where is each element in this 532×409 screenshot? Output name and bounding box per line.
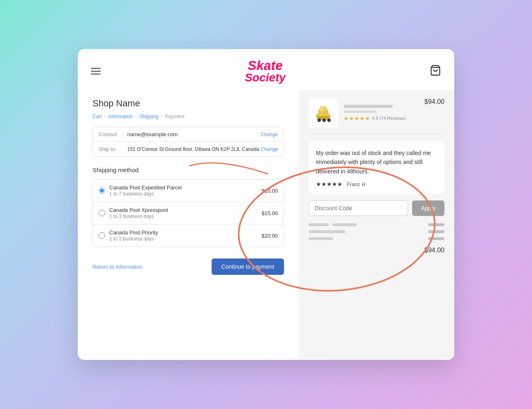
svg-rect-11 <box>321 107 322 111</box>
breadcrumb-shipping: Shipping <box>140 114 159 119</box>
product-row: ★★★★★ 4.6 (74 Reviews) $94.00 <box>309 98 444 134</box>
contact-ship-box: Contact name@example.com Change Ship to … <box>92 127 284 157</box>
ship-to-change-link[interactable]: Change <box>261 146 278 152</box>
summary-line-3 <box>309 237 444 240</box>
shipping-method-title: Shipping method <box>92 166 284 173</box>
shipping-option-2[interactable]: Canada Post Xpresspost 1 to 3 business d… <box>93 202 284 225</box>
shipping-price-1: $10.00 <box>261 188 278 194</box>
breadcrumb: Cart › Information › Shipping › Payment <box>92 114 284 119</box>
reviewer-stars: ★★★★★ <box>316 181 343 187</box>
product-stars: ★★★★★ 4.6 (74 Reviews) <box>344 115 419 121</box>
breadcrumb-information[interactable]: Information <box>108 114 133 119</box>
hamburger-menu-button[interactable] <box>91 68 101 74</box>
review-container: My order was out of stock and they calle… <box>309 141 444 194</box>
review-section: My order was out of stock and they calle… <box>309 141 444 194</box>
contact-label: Contact <box>99 131 127 137</box>
product-price: $94.00 <box>424 98 444 106</box>
contact-row: Contact name@example.com Change <box>93 127 284 142</box>
footer-actions: Return to information Continue to paymen… <box>92 258 284 275</box>
order-total: $94.00 <box>309 247 444 254</box>
left-panel: Shop Name Cart › Information › Shipping … <box>78 90 299 360</box>
ship-to-label: Ship to <box>99 146 127 152</box>
right-panel: ★★★★★ 4.6 (74 Reviews) $94.00 My order w… <box>299 90 454 360</box>
checkout-modal: Skate Society Shop Name Cart › Informati… <box>78 49 454 360</box>
product-info: ★★★★★ 4.6 (74 Reviews) <box>344 105 419 121</box>
summary-line-2 <box>309 230 444 233</box>
ship-to-row: Ship to 151 O'Connor St Ground floor, Ot… <box>93 142 284 156</box>
shipping-radio-3[interactable] <box>99 232 105 239</box>
breadcrumb-payment[interactable]: Payment <box>165 114 184 119</box>
continue-to-payment-button[interactable]: Continue to payment <box>212 258 284 275</box>
discount-row: Apply <box>309 200 444 216</box>
contact-value: name@example.com <box>127 131 261 137</box>
page-header: Skate Society <box>78 49 454 90</box>
shipping-radio-2[interactable] <box>99 210 105 216</box>
order-summary-lines <box>309 223 444 240</box>
apply-button[interactable]: Apply <box>412 200 444 216</box>
cart-button[interactable] <box>430 65 441 78</box>
svg-point-10 <box>328 119 330 121</box>
shipping-label-2: Canada Post Xpresspost 1 to 3 business d… <box>109 207 257 219</box>
shipping-price-2: $15.00 <box>261 210 278 216</box>
summary-line-1 <box>309 223 444 226</box>
discount-code-input[interactable] <box>309 200 408 216</box>
shipping-options: Canada Post Expedited Parcel 1 to 7 busi… <box>92 179 284 247</box>
svg-point-6 <box>318 119 320 121</box>
review-text: My order was out of stock and they calle… <box>316 148 437 176</box>
shipping-option-1[interactable]: Canada Post Expedited Parcel 1 to 7 busi… <box>93 180 284 202</box>
ship-to-value: 151 O'Connor St Ground floor, Ottawa ON … <box>127 146 261 152</box>
shipping-label-3: Canada Post Priority 1 to 3 business day… <box>109 229 257 242</box>
svg-point-8 <box>323 119 325 121</box>
rating-text: 4.6 (74 Reviews) <box>372 116 406 121</box>
product-sub-placeholder <box>344 110 376 113</box>
shipping-option-3[interactable]: Canada Post Priority 1 to 3 business day… <box>93 225 284 247</box>
reviewer-name: Franz H. <box>347 181 367 187</box>
shipping-price-3: $20.00 <box>261 233 278 239</box>
site-logo: Skate Society <box>245 59 286 83</box>
breadcrumb-cart[interactable]: Cart <box>92 114 102 119</box>
shipping-radio-1[interactable] <box>99 187 105 194</box>
product-name-placeholder <box>344 105 393 108</box>
shop-name: Shop Name <box>92 98 284 109</box>
contact-change-link[interactable]: Change <box>261 132 278 137</box>
main-content: Shop Name Cart › Information › Shipping … <box>78 90 454 360</box>
shipping-label-1: Canada Post Expedited Parcel 1 to 7 busi… <box>109 184 257 197</box>
product-image <box>309 98 338 128</box>
return-to-information-link[interactable]: Return to information <box>92 264 142 270</box>
reviewer-row: ★★★★★ Franz H. <box>316 181 437 187</box>
